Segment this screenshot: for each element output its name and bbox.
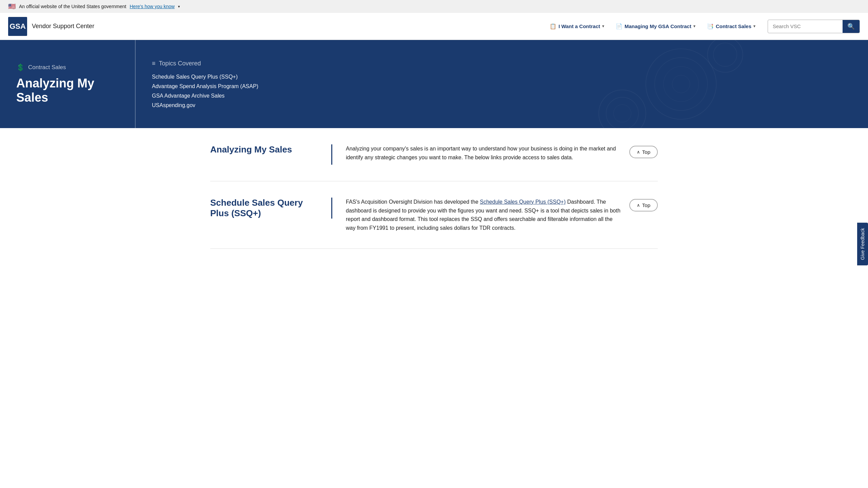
flag-icon: 🇺🇸 bbox=[8, 3, 16, 10]
topics-list: Schedule Sales Query Plus (SSQ+) Advanta… bbox=[152, 74, 258, 108]
site-logo-link[interactable]: GSA Vendor Support Center bbox=[8, 17, 94, 36]
search-area: 🔍 bbox=[768, 20, 860, 33]
svg-point-3 bbox=[672, 75, 690, 93]
svg-point-8 bbox=[713, 43, 737, 66]
svg-point-0 bbox=[646, 49, 716, 119]
nav-managing-contract-label: Managing My GSA Contract bbox=[625, 23, 691, 29]
want-contract-icon: 📋 bbox=[550, 23, 556, 29]
svg-line-16 bbox=[650, 109, 656, 115]
section-right-panel: Analyzing your company's sales is an imp… bbox=[332, 144, 658, 162]
nav-want-contract-label: I Want a Contract bbox=[558, 23, 600, 29]
hero-right-panel: ≡ Topics Covered Schedule Sales Query Pl… bbox=[136, 40, 275, 128]
section-left-panel-2: Schedule Sales Query Plus (SSQ+) bbox=[210, 198, 332, 219]
contract-sales-icon: 📑 bbox=[707, 23, 714, 29]
svg-point-1 bbox=[655, 58, 708, 110]
top-button-2-label: Top bbox=[642, 202, 650, 208]
ssq-link[interactable]: Schedule Sales Query Plus (SSQ+) bbox=[480, 199, 566, 205]
topics-covered-header: ≡ Topics Covered bbox=[152, 60, 258, 67]
chevron-down-icon: ▾ bbox=[178, 4, 180, 9]
gov-banner: 🇺🇸 An official website of the United Sta… bbox=[0, 0, 868, 13]
site-name: Vendor Support Center bbox=[32, 23, 94, 30]
svg-point-7 bbox=[708, 40, 743, 72]
svg-point-4 bbox=[599, 90, 646, 128]
feedback-tab[interactable]: Give Feedback bbox=[857, 223, 868, 249]
ssq-plus-section: Schedule Sales Query Plus (SSQ+) FAS's A… bbox=[210, 181, 658, 249]
svg-point-5 bbox=[606, 97, 638, 128]
how-you-know-link[interactable]: Here's how you know bbox=[130, 4, 175, 9]
ssq-text-before: FAS's Acquisition Oversight Division has… bbox=[346, 199, 480, 205]
gsa-logo: GSA bbox=[8, 17, 27, 36]
ssq-plus-text: FAS's Acquisition Oversight Division has… bbox=[346, 198, 623, 232]
hero-title: Analyzing My Sales bbox=[16, 76, 119, 105]
analyzing-my-sales-section: Analyzing My Sales Analyzing your compan… bbox=[210, 128, 658, 181]
hero-background-pattern bbox=[347, 40, 868, 128]
top-button-2[interactable]: ∧ Top bbox=[629, 199, 658, 211]
site-header: GSA Vendor Support Center 📋 I Want a Con… bbox=[0, 13, 868, 40]
contract-sales-hero-icon: 💲 bbox=[16, 63, 25, 72]
managing-contract-icon: 📄 bbox=[616, 23, 623, 29]
main-content: Analyzing My Sales Analyzing your compan… bbox=[197, 128, 671, 249]
ssq-plus-title: Schedule Sales Query Plus (SSQ+) bbox=[210, 198, 318, 219]
search-icon: 🔍 bbox=[847, 23, 855, 30]
main-nav: 📋 I Want a Contract ▾ 📄 Managing My GSA … bbox=[545, 20, 860, 33]
gov-banner-text: An official website of the United States… bbox=[19, 4, 126, 9]
analyzing-my-sales-text: Analyzing your company's sales is an imp… bbox=[346, 144, 623, 162]
topics-icon: ≡ bbox=[152, 60, 156, 67]
topic-item: Schedule Sales Query Plus (SSQ+) bbox=[152, 74, 258, 80]
search-input[interactable] bbox=[768, 21, 843, 32]
nav-want-contract[interactable]: 📋 I Want a Contract ▾ bbox=[545, 20, 609, 33]
svg-point-2 bbox=[664, 66, 699, 102]
svg-line-14 bbox=[706, 109, 712, 115]
chevron-down-icon: ▾ bbox=[602, 24, 604, 28]
top-button-1[interactable]: ∧ Top bbox=[629, 146, 658, 158]
chevron-down-icon: ▾ bbox=[753, 24, 755, 28]
section-right-panel-2: FAS's Acquisition Oversight Division has… bbox=[332, 198, 658, 232]
topic-item: GSA Advantage Archive Sales bbox=[152, 93, 258, 99]
topics-covered-label: Topics Covered bbox=[159, 60, 201, 67]
svg-point-6 bbox=[613, 105, 631, 122]
hero-banner: 💲 Contract Sales Analyzing My Sales ≡ To… bbox=[0, 40, 868, 128]
hero-category: 💲 Contract Sales bbox=[16, 63, 119, 72]
chevron-down-icon: ▾ bbox=[693, 24, 695, 28]
svg-line-15 bbox=[706, 53, 712, 59]
hero-left-panel: 💲 Contract Sales Analyzing My Sales bbox=[0, 40, 136, 128]
chevron-up-icon-2: ∧ bbox=[637, 203, 640, 208]
nav-contract-sales-label: Contract Sales bbox=[716, 23, 751, 29]
top-button-1-label: Top bbox=[642, 149, 650, 155]
search-button[interactable]: 🔍 bbox=[843, 20, 860, 33]
nav-contract-sales[interactable]: 📑 Contract Sales ▾ bbox=[702, 20, 760, 33]
topic-item: USAspending.gov bbox=[152, 102, 258, 108]
topic-item: Advantage Spend Analysis Program (ASAP) bbox=[152, 83, 258, 89]
section-left-panel: Analyzing My Sales bbox=[210, 144, 332, 165]
chevron-up-icon: ∧ bbox=[637, 149, 640, 155]
analyzing-my-sales-title: Analyzing My Sales bbox=[210, 144, 318, 155]
svg-line-13 bbox=[650, 53, 656, 59]
hero-category-text: Contract Sales bbox=[28, 64, 66, 71]
nav-managing-contract[interactable]: 📄 Managing My GSA Contract ▾ bbox=[611, 20, 700, 33]
